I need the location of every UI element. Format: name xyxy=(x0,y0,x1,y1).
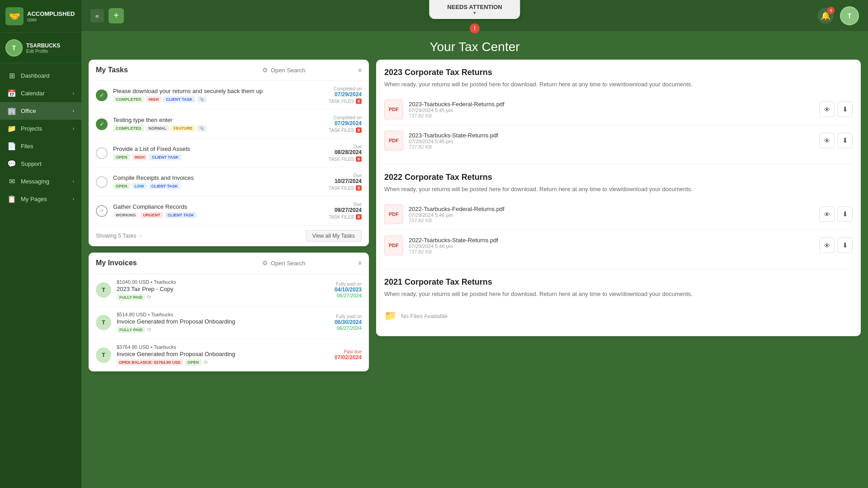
pdf-name: 2023-Tsarbucks-Federal-Returns.pdf xyxy=(409,101,814,108)
chevron-right-icon: › xyxy=(73,91,74,96)
sidebar-item-calendar[interactable]: 📅 Calendar › xyxy=(0,84,81,102)
task-checkbox[interactable]: ✓ xyxy=(96,118,108,130)
invoice-tags: OPEN BALANCE: $3764.80 USD OPEN ⟳ xyxy=(117,359,329,366)
chevron-right-icon: › xyxy=(73,108,74,113)
no-files: 📁 No Files Available xyxy=(384,304,853,328)
collapse-button[interactable]: « xyxy=(90,9,104,23)
files-icon: 📄 xyxy=(7,142,16,150)
my-tasks-card: My Tasks ⚙ ≡ ✓ Please download your xyxy=(89,60,369,246)
task-checkbox[interactable]: ✓ xyxy=(96,89,108,101)
task-date: 07/29/2024 xyxy=(329,91,362,98)
sidebar-item-office[interactable]: 🏢 Office › xyxy=(0,102,81,120)
invoice-name: Invoice Generated from Proposal Onboardi… xyxy=(117,318,329,325)
invoices-search-area: ⚙ ≡ xyxy=(262,259,362,267)
tag-attachment: 📎 xyxy=(197,125,207,131)
view-button[interactable]: 👁 xyxy=(819,133,835,148)
left-column: My Tasks ⚙ ≡ ✓ Please download your xyxy=(89,60,369,481)
pdf-icon: PDF xyxy=(384,204,403,224)
filter-icon[interactable]: ⚙ xyxy=(262,66,268,74)
user-info: TSARBUCKS Edit Profile xyxy=(26,42,60,54)
sidebar-item-label: My Pages xyxy=(21,196,47,202)
invoice-meta: Fully paid on 06/30/2024 06/27/2024 xyxy=(335,314,362,331)
pdf-date: 07/29/2024 5:46 pm xyxy=(409,212,814,218)
avatar: T xyxy=(96,282,111,298)
support-icon: 💬 xyxy=(7,160,16,168)
top-bar: « + NEEDS ATTENTION ▼ ! 🔔 4 T xyxy=(81,0,868,32)
sidebar-item-messaging[interactable]: ✉ Messaging › xyxy=(0,173,81,190)
task-checkbox[interactable]: ⟳ xyxy=(96,205,108,217)
edit-profile-link[interactable]: Edit Profile xyxy=(26,49,60,54)
task-date: 09/27/2024 xyxy=(329,207,362,213)
invoice-body: $1040.00 USD • Tsarbucks 2023 Tax Prep -… xyxy=(117,279,329,300)
task-files: TASK FILES 0 xyxy=(329,156,362,162)
invoice-tags: FULLY PAID ⟳ xyxy=(117,327,329,333)
invoice-body: $514.80 USD • Tsarbucks Invoice Generate… xyxy=(117,312,329,333)
view-button[interactable]: 👁 xyxy=(819,102,835,117)
logo-text-group: ACCOMPLISHED cpas xyxy=(27,10,75,23)
pdf-name: 2022-Tsarbucks-Federal-Returns.pdf xyxy=(409,206,814,212)
pdf-actions: 👁 ⬇ xyxy=(819,206,853,222)
refresh-icon[interactable]: ⟳ xyxy=(203,359,208,366)
invoice-paid-date: 06/30/2024 xyxy=(335,319,362,325)
view-button[interactable]: 👁 xyxy=(819,238,835,253)
download-button[interactable]: ⬇ xyxy=(837,238,853,253)
table-row: ✓ Testing type then enter COMPLETED NORM… xyxy=(89,110,369,139)
tax-section-title: 2021 Corporate Tax Returns xyxy=(384,277,853,287)
tag-low: LOW xyxy=(132,183,147,189)
filter-icon[interactable]: ⚙ xyxy=(262,259,268,267)
refresh-icon[interactable]: ⟳ xyxy=(147,294,151,300)
download-button[interactable]: ⬇ xyxy=(837,133,853,148)
task-meta: Due 09/27/2024 TASK FILES 0 xyxy=(329,202,362,220)
view-all-tasks-button[interactable]: View all My Tasks xyxy=(306,230,362,242)
pdf-size: 737.82 KB xyxy=(409,144,814,150)
invoices-search-input[interactable] xyxy=(271,260,355,267)
task-files-label: TASK FILES xyxy=(329,157,354,162)
pdf-info: 2022-Tsarbucks-Federal-Returns.pdf 07/29… xyxy=(409,206,814,223)
messaging-icon: ✉ xyxy=(7,177,16,186)
notifications-button[interactable]: 🔔 4 xyxy=(817,8,834,24)
pdf-info: 2023-Tsarbucks-State-Returns.pdf 07/29/2… xyxy=(409,132,814,150)
logo-line2: cpas xyxy=(27,17,75,22)
refresh-icon[interactable]: ⟳ xyxy=(147,327,151,333)
dashboard-icon: ⊞ xyxy=(7,71,16,80)
tag-high: HIGH xyxy=(132,154,148,160)
add-button[interactable]: + xyxy=(108,8,124,23)
profile-avatar[interactable]: T xyxy=(840,6,859,25)
download-button[interactable]: ⬇ xyxy=(837,206,853,222)
sort-icon[interactable]: ≡ xyxy=(358,259,362,267)
invoice-name: 2023 Tax Prep - Copy xyxy=(117,286,329,292)
sidebar-item-support[interactable]: 💬 Support xyxy=(0,155,81,173)
tag-client-task: CLIENT TASK xyxy=(163,96,195,103)
pdf-icon: PDF xyxy=(384,235,403,255)
logo-line1: ACCOMPLISHED xyxy=(27,10,75,18)
sidebar-item-dashboard[interactable]: ⊞ Dashboard xyxy=(0,67,81,84)
task-checkbox[interactable] xyxy=(96,176,108,188)
pdf-date: 07/29/2024 5:46 pm xyxy=(409,244,814,249)
tag-completed: COMPLETED xyxy=(113,125,144,131)
list-item: PDF 2022-Tsarbucks-Federal-Returns.pdf 0… xyxy=(384,199,853,230)
sidebar-item-files[interactable]: 📄 Files xyxy=(0,137,81,155)
tax-section-2021: 2021 Corporate Tax Returns When ready, y… xyxy=(384,277,853,328)
tasks-search-area: ⚙ ≡ xyxy=(262,66,362,74)
task-name: Gather Compliance Records xyxy=(113,203,323,210)
task-checkbox[interactable] xyxy=(96,147,108,159)
sidebar-item-projects[interactable]: 📁 Projects › xyxy=(0,120,81,137)
task-body: Gather Compliance Records WORKING URGENT… xyxy=(113,203,323,218)
needs-attention-banner[interactable]: NEEDS ATTENTION ▼ xyxy=(429,0,520,19)
task-files: TASK FILES 0 xyxy=(329,127,362,133)
sidebar-user[interactable]: T TSARBUCKS Edit Profile xyxy=(0,33,81,63)
sort-icon[interactable]: ≡ xyxy=(358,66,362,74)
task-meta: Due 10/27/2024 TASK FILES 0 xyxy=(329,173,362,191)
task-files-label: TASK FILES xyxy=(329,99,354,104)
chevron-right-icon: › xyxy=(73,126,74,131)
sidebar-item-mypages[interactable]: 📋 My Pages › xyxy=(0,190,81,208)
download-button[interactable]: ⬇ xyxy=(837,102,853,117)
tasks-search-input[interactable] xyxy=(271,67,355,74)
invoice-amount: $3764.80 USD • Tsarbucks xyxy=(117,344,329,350)
task-body: Provide a List of Fixed Assets OPEN HIGH… xyxy=(113,145,323,160)
tax-section-title: 2023 Corporate Tax Returns xyxy=(384,68,853,77)
tax-section-desc: When ready, your returns will be posted … xyxy=(384,81,853,88)
task-files-label: TASK FILES xyxy=(329,128,354,133)
list-item: PDF 2023-Tsarbucks-State-Returns.pdf 07/… xyxy=(384,125,853,156)
view-button[interactable]: 👁 xyxy=(819,206,835,222)
